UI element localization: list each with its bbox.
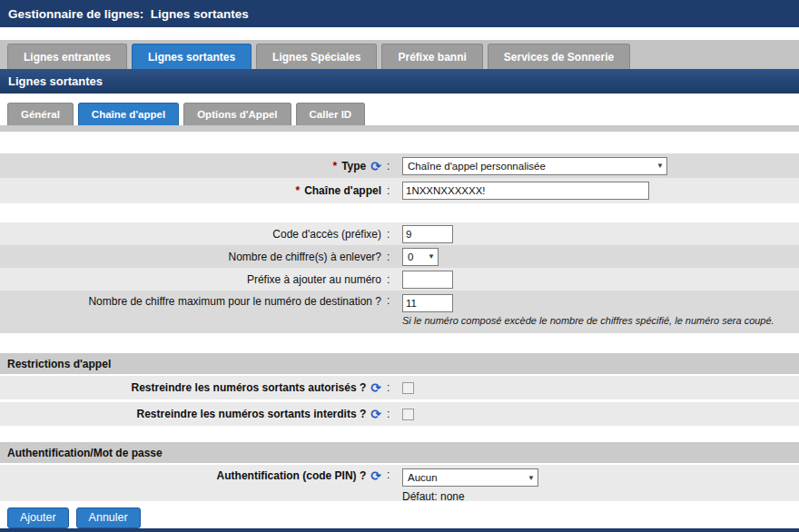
colon-separator: : <box>381 273 402 286</box>
spacer <box>0 27 799 40</box>
tab-lignes-speciales[interactable]: Lignes Spéciales <box>256 44 377 69</box>
access-code-input[interactable] <box>402 225 453 243</box>
colon-separator: : <box>381 160 402 172</box>
app-title-bar: Gestionnaire de lignes: Lignes sortantes <box>0 0 799 27</box>
dial-string-row: * Chaîne d'appel : <box>0 178 799 203</box>
dropdown-arrow-icon: ▼ <box>528 474 535 482</box>
max-digits-label-cell: Nombre de chiffre maximum pour le numéro… <box>0 294 381 308</box>
digits-to-strip-row: Nombre de chiffre(s) à enlever? : 0 ▼ <box>0 245 799 268</box>
restrict-allowed-row: Restreindre les numéros sortants autoris… <box>0 376 799 399</box>
refresh-icon[interactable]: ⟳ <box>370 408 381 420</box>
type-select-value: Chaîne d'appel personnalisée <box>408 161 546 172</box>
spacer <box>0 132 799 153</box>
type-select[interactable]: Chaîne d'appel personnalisée ▼ <box>402 157 667 175</box>
access-code-row: Code d'accès (préfixe) : <box>0 222 799 245</box>
colon-separator: : <box>381 381 402 394</box>
type-label: Type <box>341 160 366 172</box>
main-tab-bar: Lignes entrantes Lignes sortantes Lignes… <box>0 40 799 69</box>
auth-pin-select[interactable]: Aucun ▼ <box>402 468 538 487</box>
section-header-bar: Lignes sortantes <box>0 69 799 94</box>
colon-separator: : <box>381 468 402 481</box>
sub-tab-divider <box>0 125 799 132</box>
spacer <box>0 333 799 353</box>
restrict-allowed-label: Restreindre les numéros sortants autoris… <box>132 381 367 394</box>
subtab-caller-id[interactable]: Caller ID <box>296 103 366 125</box>
dropdown-arrow-icon: ▼ <box>656 162 664 170</box>
access-code-label: Code d'accès (préfixe) <box>272 228 381 241</box>
refresh-icon[interactable]: ⟳ <box>370 381 381 394</box>
restrict-forbidden-label: Restreindre les numéros sortants interdi… <box>137 408 367 420</box>
type-row: * Type ⟳ : Chaîne d'appel personnalisée … <box>0 153 799 178</box>
colon-separator: : <box>381 251 402 263</box>
restrict-forbidden-row: Restreindre les numéros sortants interdi… <box>0 402 799 426</box>
spacer <box>0 426 799 442</box>
auth-pin-row: Authentification (code PIN) ? ⟳ : Aucun … <box>0 465 799 501</box>
restrictions-section-title: Restrictions d'appel <box>7 358 111 370</box>
annuler-button[interactable]: Annuler <box>76 507 141 528</box>
auth-section-header: Authentification/Mot de passe <box>0 442 799 463</box>
restrict-forbidden-checkbox[interactable] <box>402 409 414 420</box>
prefix-to-add-label: Préfixe à ajouter au numéro <box>247 273 381 286</box>
max-digits-label: Nombre de chiffre maximum pour le numéro… <box>88 295 381 308</box>
type-label-cell: * Type ⟳ <box>0 160 381 172</box>
page-title: Gestionnaire de lignes: Lignes sortantes <box>8 7 249 21</box>
action-buttons-row: Ajouter Annuler <box>0 507 799 528</box>
refresh-icon[interactable]: ⟳ <box>370 160 381 172</box>
access-code-label-cell: Code d'accès (préfixe) <box>0 228 381 241</box>
colon-separator: : <box>381 294 402 307</box>
bottom-bar <box>0 528 799 532</box>
auth-pin-label: Authentification (code PIN) ? <box>217 469 367 482</box>
auth-pin-default-note: Défaut: none <box>402 487 465 503</box>
colon-separator: : <box>381 228 402 241</box>
restrict-allowed-label-cell: Restreindre les numéros sortants autoris… <box>0 381 381 394</box>
digits-to-strip-value: 0 <box>408 251 413 262</box>
max-digits-input[interactable] <box>402 294 453 312</box>
refresh-icon[interactable]: ⟳ <box>370 469 381 482</box>
tab-lignes-entrantes[interactable]: Lignes entrantes <box>7 44 127 69</box>
section-title: Lignes sortantes <box>8 74 103 88</box>
required-asterisk: * <box>295 184 300 197</box>
sub-tab-bar: Général Chaîne d'appel Options d'Appel C… <box>0 102 799 125</box>
dropdown-arrow-icon: ▼ <box>428 252 435 261</box>
colon-separator: : <box>381 408 402 420</box>
subtab-chaine-dappel[interactable]: Chaîne d'appel <box>78 103 179 125</box>
digits-to-strip-select[interactable]: 0 ▼ <box>402 248 439 266</box>
prefix-to-add-input[interactable] <box>402 271 453 289</box>
auth-pin-select-value: Aucun <box>408 472 438 483</box>
ajouter-button[interactable]: Ajouter <box>7 507 69 528</box>
prefix-to-add-row: Préfixe à ajouter au numéro : <box>0 268 799 291</box>
auth-pin-label-cell: Authentification (code PIN) ? ⟳ <box>0 468 381 482</box>
subtab-general[interactable]: Général <box>7 103 74 125</box>
spacer <box>0 94 799 102</box>
subtab-options-dappel[interactable]: Options d'Appel <box>183 103 291 125</box>
prefix-to-add-label-cell: Préfixe à ajouter au numéro <box>0 273 381 286</box>
page: Gestionnaire de lignes: Lignes sortantes… <box>0 0 799 532</box>
restrictions-section-header: Restrictions d'appel <box>0 353 799 374</box>
required-asterisk: * <box>332 160 337 172</box>
max-digits-note: Si le numéro composé excède le nombre de… <box>402 312 774 326</box>
restrict-forbidden-label-cell: Restreindre les numéros sortants interdi… <box>0 408 381 420</box>
tab-lignes-sortantes[interactable]: Lignes sortantes <box>132 44 252 69</box>
restrict-allowed-checkbox[interactable] <box>402 382 414 394</box>
tab-prefixe-banni[interactable]: Préfixe banni <box>381 44 482 69</box>
digits-to-strip-label-cell: Nombre de chiffre(s) à enlever? <box>0 251 381 263</box>
dial-string-input[interactable] <box>402 182 649 200</box>
dial-string-label-cell: * Chaîne d'appel <box>0 184 381 197</box>
spacer <box>0 203 799 222</box>
max-digits-row: Nombre de chiffre maximum pour le numéro… <box>0 291 799 333</box>
tab-services-de-sonnerie[interactable]: Services de Sonnerie <box>488 44 630 69</box>
dial-string-label: Chaîne d'appel <box>304 184 381 197</box>
auth-section-title: Authentification/Mot de passe <box>7 447 163 459</box>
colon-separator: : <box>381 184 402 197</box>
digits-to-strip-label: Nombre de chiffre(s) à enlever? <box>228 251 381 263</box>
